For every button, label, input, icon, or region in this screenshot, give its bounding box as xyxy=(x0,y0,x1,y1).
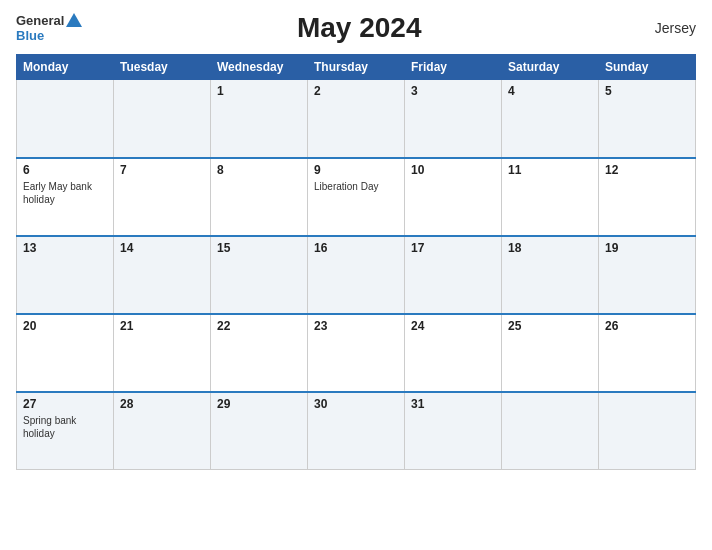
col-wednesday: Wednesday xyxy=(211,55,308,80)
calendar-week-row: 12345 xyxy=(17,80,696,158)
calendar-day-cell: 21 xyxy=(114,314,211,392)
logo-triangle-icon xyxy=(66,13,82,27)
calendar-day-cell: 30 xyxy=(308,392,405,470)
day-number: 22 xyxy=(217,319,301,333)
calendar-day-cell: 27Spring bank holiday xyxy=(17,392,114,470)
calendar-event: Liberation Day xyxy=(314,180,398,193)
day-number: 31 xyxy=(411,397,495,411)
calendar-week-row: 13141516171819 xyxy=(17,236,696,314)
calendar-week-row: 6Early May bank holiday789Liberation Day… xyxy=(17,158,696,236)
day-number: 3 xyxy=(411,84,495,98)
day-number: 14 xyxy=(120,241,204,255)
day-number: 12 xyxy=(605,163,689,177)
calendar-week-row: 27Spring bank holiday28293031 xyxy=(17,392,696,470)
day-number: 24 xyxy=(411,319,495,333)
day-number: 7 xyxy=(120,163,204,177)
calendar-day-cell: 31 xyxy=(405,392,502,470)
calendar-table: Monday Tuesday Wednesday Thursday Friday… xyxy=(16,54,696,470)
calendar-day-cell: 8 xyxy=(211,158,308,236)
day-number: 10 xyxy=(411,163,495,177)
calendar-day-cell: 18 xyxy=(502,236,599,314)
calendar-day-cell: 22 xyxy=(211,314,308,392)
day-number: 1 xyxy=(217,84,301,98)
day-number: 6 xyxy=(23,163,107,177)
day-number: 20 xyxy=(23,319,107,333)
calendar-day-cell: 9Liberation Day xyxy=(308,158,405,236)
calendar-location: Jersey xyxy=(636,20,696,36)
col-sunday: Sunday xyxy=(599,55,696,80)
day-number: 8 xyxy=(217,163,301,177)
days-header-row: Monday Tuesday Wednesday Thursday Friday… xyxy=(17,55,696,80)
logo-text-blue: Blue xyxy=(16,29,44,43)
calendar-day-cell: 14 xyxy=(114,236,211,314)
col-monday: Monday xyxy=(17,55,114,80)
col-tuesday: Tuesday xyxy=(114,55,211,80)
day-number: 15 xyxy=(217,241,301,255)
col-saturday: Saturday xyxy=(502,55,599,80)
calendar-day-cell: 25 xyxy=(502,314,599,392)
calendar-day-cell xyxy=(599,392,696,470)
col-friday: Friday xyxy=(405,55,502,80)
calendar-day-cell xyxy=(17,80,114,158)
day-number: 16 xyxy=(314,241,398,255)
day-number: 23 xyxy=(314,319,398,333)
calendar-day-cell: 26 xyxy=(599,314,696,392)
calendar-day-cell: 19 xyxy=(599,236,696,314)
calendar-day-cell: 7 xyxy=(114,158,211,236)
calendar-day-cell: 23 xyxy=(308,314,405,392)
calendar-day-cell: 16 xyxy=(308,236,405,314)
calendar-day-cell: 1 xyxy=(211,80,308,158)
day-number: 13 xyxy=(23,241,107,255)
calendar-day-cell: 28 xyxy=(114,392,211,470)
calendar-day-cell: 29 xyxy=(211,392,308,470)
calendar-day-cell: 6Early May bank holiday xyxy=(17,158,114,236)
day-number: 11 xyxy=(508,163,592,177)
day-number: 28 xyxy=(120,397,204,411)
calendar-day-cell: 24 xyxy=(405,314,502,392)
calendar-day-cell: 3 xyxy=(405,80,502,158)
calendar-header: General Blue May 2024 Jersey xyxy=(16,12,696,44)
calendar-day-cell: 20 xyxy=(17,314,114,392)
day-number: 30 xyxy=(314,397,398,411)
day-number: 27 xyxy=(23,397,107,411)
calendar-day-cell: 17 xyxy=(405,236,502,314)
day-number: 29 xyxy=(217,397,301,411)
calendar-day-cell: 15 xyxy=(211,236,308,314)
day-number: 18 xyxy=(508,241,592,255)
calendar-day-cell: 11 xyxy=(502,158,599,236)
calendar-day-cell: 4 xyxy=(502,80,599,158)
calendar-day-cell xyxy=(502,392,599,470)
day-number: 19 xyxy=(605,241,689,255)
day-number: 26 xyxy=(605,319,689,333)
day-number: 4 xyxy=(508,84,592,98)
calendar-week-row: 20212223242526 xyxy=(17,314,696,392)
calendar-title: May 2024 xyxy=(82,12,636,44)
calendar-day-cell: 5 xyxy=(599,80,696,158)
calendar-event: Early May bank holiday xyxy=(23,180,107,206)
calendar-day-cell: 10 xyxy=(405,158,502,236)
logo-text-general: General xyxy=(16,14,64,28)
calendar-page: General Blue May 2024 Jersey Monday Tues… xyxy=(0,0,712,550)
logo: General Blue xyxy=(16,13,82,43)
day-number: 5 xyxy=(605,84,689,98)
calendar-day-cell: 2 xyxy=(308,80,405,158)
calendar-day-cell: 12 xyxy=(599,158,696,236)
col-thursday: Thursday xyxy=(308,55,405,80)
calendar-day-cell: 13 xyxy=(17,236,114,314)
day-number: 9 xyxy=(314,163,398,177)
calendar-day-cell xyxy=(114,80,211,158)
day-number: 2 xyxy=(314,84,398,98)
day-number: 21 xyxy=(120,319,204,333)
calendar-event: Spring bank holiday xyxy=(23,414,107,440)
day-number: 25 xyxy=(508,319,592,333)
day-number: 17 xyxy=(411,241,495,255)
